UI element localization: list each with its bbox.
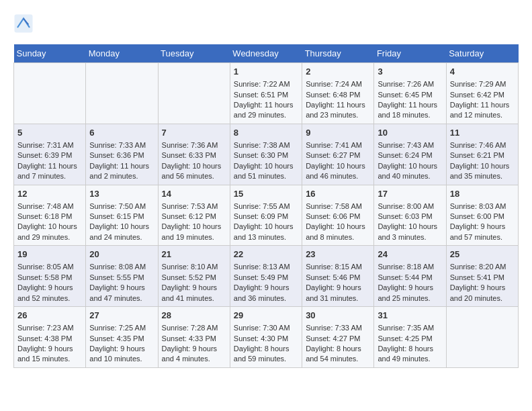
cell-text: and 36 minutes.: [234, 293, 298, 304]
cell-text: Sunrise: 8:10 AM: [162, 262, 226, 272]
calendar-cell: 20Sunrise: 8:08 AMSunset: 5:55 PMDayligh…: [86, 246, 158, 307]
calendar-cell: 6Sunrise: 7:33 AMSunset: 6:36 PMDaylight…: [86, 124, 158, 185]
day-number: 28: [162, 310, 226, 322]
calendar-cell: 10Sunrise: 7:43 AMSunset: 6:24 PMDayligh…: [374, 124, 446, 185]
calendar-cell: 30Sunrise: 7:33 AMSunset: 4:27 PMDayligh…: [302, 307, 374, 368]
cell-text: Daylight: 9 hours: [162, 283, 226, 293]
cell-text: and 40 minutes.: [378, 171, 442, 181]
cell-text: Sunset: 4:30 PM: [234, 334, 298, 344]
cell-text: and 35 minutes.: [450, 171, 515, 181]
cell-text: Sunrise: 8:18 AM: [378, 262, 442, 272]
cell-text: and 19 minutes.: [162, 232, 226, 242]
cell-text: and 54 minutes.: [306, 354, 370, 364]
calendar-cell: 21Sunrise: 8:10 AMSunset: 5:52 PMDayligh…: [158, 246, 230, 307]
cell-text: Sunset: 6:24 PM: [378, 150, 442, 161]
day-number: 20: [89, 248, 154, 261]
logo: [13, 13, 36, 34]
calendar-cell: [86, 63, 158, 124]
cell-text: Daylight: 10 hours: [234, 161, 298, 171]
cell-text: Sunset: 6:51 PM: [234, 90, 298, 100]
calendar-cell: 7Sunrise: 7:36 AMSunset: 6:33 PMDaylight…: [158, 124, 230, 185]
weekday-header: Monday: [86, 44, 158, 63]
cell-text: Sunset: 6:42 PM: [450, 90, 515, 100]
cell-text: Daylight: 9 hours: [162, 344, 226, 354]
cell-text: and 12 minutes.: [450, 110, 515, 120]
day-number: 1: [234, 66, 298, 78]
day-number: 13: [89, 188, 154, 200]
cell-text: Sunrise: 7:31 AM: [17, 140, 82, 150]
day-number: 21: [162, 248, 226, 261]
calendar-table: SundayMondayTuesdayWednesdayThursdayFrid…: [13, 44, 519, 368]
day-number: 11: [450, 127, 515, 139]
page-header: [13, 13, 519, 34]
cell-text: Daylight: 10 hours: [89, 222, 154, 232]
cell-text: Sunrise: 7:41 AM: [306, 140, 370, 150]
cell-text: Sunrise: 7:53 AM: [162, 201, 226, 212]
day-number: 29: [234, 310, 298, 322]
day-number: 7: [162, 127, 226, 139]
cell-text: and 31 minutes.: [306, 293, 370, 304]
cell-text: and 3 minutes.: [378, 232, 442, 242]
cell-text: and 29 minutes.: [17, 232, 82, 242]
cell-text: Sunset: 6:48 PM: [306, 90, 370, 100]
calendar-cell: 14Sunrise: 7:53 AMSunset: 6:12 PMDayligh…: [158, 185, 230, 246]
weekday-header: Tuesday: [158, 44, 230, 63]
day-number: 30: [306, 310, 370, 322]
calendar-cell: [14, 63, 86, 124]
calendar-cell: [158, 63, 230, 124]
day-number: 16: [306, 188, 370, 200]
cell-text: Sunrise: 8:15 AM: [306, 262, 370, 272]
calendar-week-row: 19Sunrise: 8:05 AMSunset: 5:58 PMDayligh…: [14, 246, 519, 307]
cell-text: Sunrise: 7:28 AM: [162, 323, 226, 333]
calendar-cell: 22Sunrise: 8:13 AMSunset: 5:49 PMDayligh…: [230, 246, 302, 307]
calendar-cell: 11Sunrise: 7:46 AMSunset: 6:21 PMDayligh…: [446, 124, 518, 185]
day-number: 25: [450, 248, 515, 261]
cell-text: and 7 minutes.: [17, 171, 82, 181]
cell-text: Sunset: 6:18 PM: [17, 212, 82, 222]
day-number: 17: [378, 188, 442, 200]
cell-text: Sunrise: 8:08 AM: [89, 262, 154, 272]
cell-text: Sunrise: 7:25 AM: [89, 323, 154, 333]
cell-text: and 25 minutes.: [378, 293, 442, 304]
weekday-header: Thursday: [302, 44, 374, 63]
day-number: 10: [378, 127, 442, 139]
day-number: 15: [234, 188, 298, 200]
cell-text: Sunrise: 7:46 AM: [450, 140, 515, 150]
cell-text: Sunrise: 8:03 AM: [450, 201, 515, 212]
calendar-cell: 25Sunrise: 8:20 AMSunset: 5:41 PMDayligh…: [446, 246, 518, 307]
day-number: 3: [378, 66, 442, 78]
cell-text: and 18 minutes.: [378, 110, 442, 120]
cell-text: and 47 minutes.: [89, 293, 154, 304]
day-number: 26: [17, 310, 82, 322]
day-number: 22: [234, 248, 298, 261]
calendar-cell: 12Sunrise: 7:48 AMSunset: 6:18 PMDayligh…: [14, 185, 86, 246]
calendar-cell: 17Sunrise: 8:00 AMSunset: 6:03 PMDayligh…: [374, 185, 446, 246]
cell-text: Sunrise: 7:55 AM: [234, 201, 298, 212]
cell-text: Sunset: 6:21 PM: [450, 150, 515, 161]
cell-text: and 52 minutes.: [17, 293, 82, 304]
calendar-cell: 1Sunrise: 7:22 AMSunset: 6:51 PMDaylight…: [230, 63, 302, 124]
cell-text: Daylight: 10 hours: [450, 161, 515, 171]
cell-text: Sunrise: 7:58 AM: [306, 201, 370, 212]
cell-text: Daylight: 9 hours: [89, 283, 154, 293]
weekday-header: Wednesday: [230, 44, 302, 63]
cell-text: and 24 minutes.: [89, 232, 154, 242]
cell-text: Daylight: 9 hours: [17, 344, 82, 354]
calendar-week-row: 26Sunrise: 7:23 AMSunset: 4:38 PMDayligh…: [14, 307, 519, 368]
cell-text: Daylight: 8 hours: [378, 344, 442, 354]
weekday-header: Friday: [374, 44, 446, 63]
cell-text: Daylight: 10 hours: [306, 222, 370, 232]
cell-text: Sunset: 4:27 PM: [306, 334, 370, 344]
calendar-cell: 24Sunrise: 8:18 AMSunset: 5:44 PMDayligh…: [374, 246, 446, 307]
cell-text: and 15 minutes.: [17, 354, 82, 364]
cell-text: Daylight: 11 hours: [306, 100, 370, 110]
weekday-header: Sunday: [14, 44, 86, 63]
cell-text: Sunset: 4:25 PM: [378, 334, 442, 344]
cell-text: Daylight: 10 hours: [378, 161, 442, 171]
cell-text: Sunrise: 7:33 AM: [306, 323, 370, 333]
cell-text: Daylight: 11 hours: [378, 100, 442, 110]
day-number: 14: [162, 188, 226, 200]
calendar-cell: 19Sunrise: 8:05 AMSunset: 5:58 PMDayligh…: [14, 246, 86, 307]
cell-text: Daylight: 8 hours: [306, 344, 370, 354]
cell-text: Sunset: 6:39 PM: [17, 150, 82, 161]
